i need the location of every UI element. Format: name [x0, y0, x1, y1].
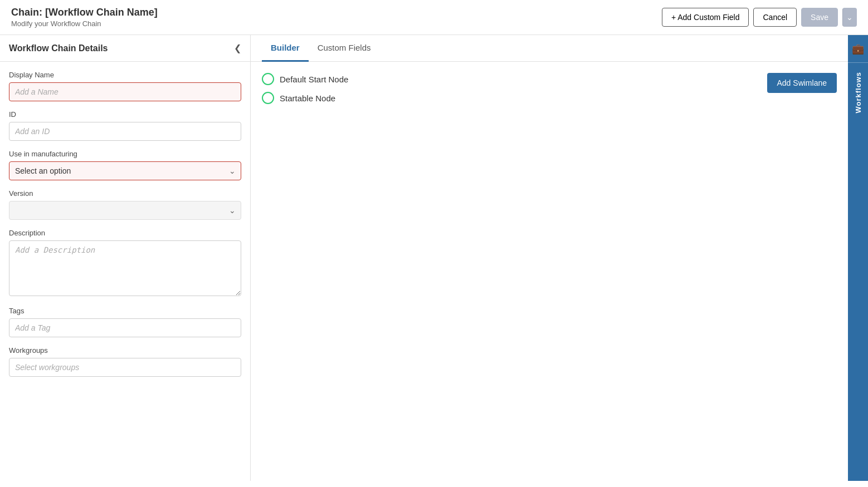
header-title-section: Chain: [Workflow Chain Name] Modify your… [11, 7, 158, 28]
tab-builder[interactable]: Builder [262, 35, 309, 62]
cancel-button[interactable]: Cancel [753, 8, 797, 27]
main-container: Workflow Chain Details ❮ Display Name ID… [0, 35, 868, 481]
node-startable-label: Startable Node [280, 94, 335, 103]
sidebar-form: Display Name ID Use in manufacturing Sel… [0, 62, 250, 395]
node-circle-startable [262, 92, 274, 104]
display-name-group: Display Name [9, 71, 241, 101]
display-name-input[interactable] [9, 82, 241, 101]
manufacturing-group: Use in manufacturing Select an option Ye… [9, 150, 241, 180]
tabs-bar: Builder Custom Fields [251, 35, 848, 62]
description-label: Description [9, 229, 241, 237]
version-select[interactable] [9, 201, 241, 220]
id-group: ID [9, 110, 241, 141]
tags-input[interactable] [9, 318, 241, 337]
id-label: ID [9, 110, 241, 119]
chain-prefix: Chain: [11, 7, 42, 18]
manufacturing-select[interactable]: Select an option Yes No [9, 161, 241, 180]
chain-name: [Workflow Chain Name] [45, 7, 158, 18]
version-label: Version [9, 189, 241, 198]
tags-group: Tags [9, 307, 241, 337]
collapse-sidebar-button[interactable]: ❮ [234, 43, 241, 53]
save-button[interactable]: Save [801, 8, 838, 27]
id-input[interactable] [9, 122, 241, 141]
workgroups-group: Workgroups [9, 346, 241, 377]
briefcase-icon: 💼 [852, 43, 864, 55]
right-panel-label-area[interactable]: Workflows [848, 63, 868, 481]
right-panel-label[interactable]: Workflows [854, 72, 862, 114]
node-startable: Startable Node [262, 92, 837, 104]
node-circle-default [262, 73, 274, 85]
manufacturing-label: Use in manufacturing [9, 150, 241, 158]
add-swimlane-button[interactable]: Add Swimlane [767, 73, 837, 93]
version-select-wrapper: ⌄ [9, 201, 241, 220]
chain-title: Chain: [Workflow Chain Name] [11, 7, 158, 18]
app-header: Chain: [Workflow Chain Name] Modify your… [0, 0, 868, 35]
right-panel-icon-area: 💼 [848, 35, 868, 63]
sidebar-title: Workflow Chain Details [9, 43, 108, 53]
description-group: Description [9, 229, 241, 298]
display-name-label: Display Name [9, 71, 241, 79]
content-area: Builder Custom Fields Default Start Node… [251, 35, 848, 481]
node-default-label: Default Start Node [280, 75, 348, 84]
node-default-start: Default Start Node [262, 73, 837, 85]
manufacturing-select-wrapper: Select an option Yes No ⌄ [9, 161, 241, 180]
tags-label: Tags [9, 307, 241, 315]
chain-subtitle: Modify your Workflow Chain [11, 19, 158, 28]
add-custom-field-button[interactable]: + Add Custom Field [662, 8, 749, 27]
sidebar-header: Workflow Chain Details ❮ [0, 35, 250, 62]
version-group: Version ⌄ [9, 189, 241, 220]
header-actions: + Add Custom Field Cancel Save ⌄ [662, 8, 857, 27]
builder-area: Default Start Node Startable Node Add Sw… [251, 62, 848, 481]
tab-custom-fields[interactable]: Custom Fields [309, 35, 380, 62]
description-textarea[interactable] [9, 240, 241, 296]
right-panel: 💼 Workflows [848, 35, 868, 481]
workgroups-label: Workgroups [9, 346, 241, 355]
left-sidebar: Workflow Chain Details ❮ Display Name ID… [0, 35, 251, 481]
collapse-icon: ❮ [234, 43, 241, 53]
workgroups-input[interactable] [9, 358, 241, 377]
save-dropdown-button[interactable]: ⌄ [842, 8, 857, 27]
